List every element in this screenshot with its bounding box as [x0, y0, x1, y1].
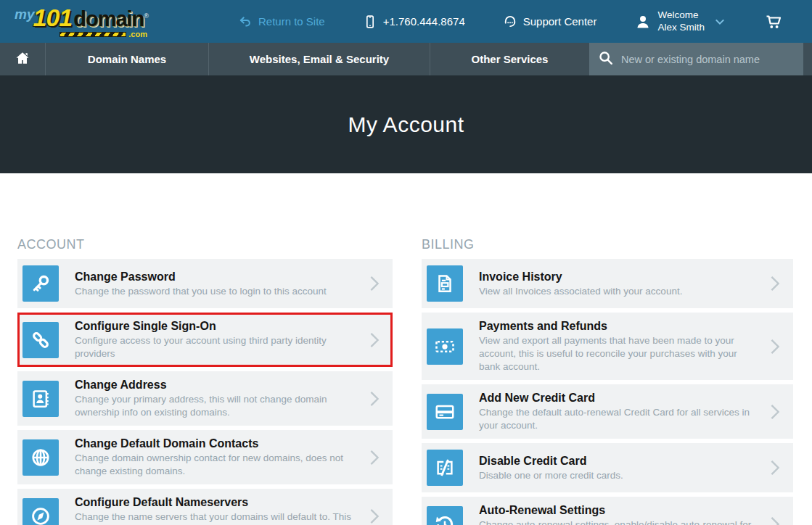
list-item-title: Disable Credit Card: [479, 454, 758, 468]
list-item-title: Invoice History: [479, 270, 758, 284]
list-item[interactable]: Payments and Refunds View and export all…: [422, 313, 793, 380]
chevron-down-icon: [713, 15, 726, 28]
account-column: ACCOUNT Change Password Change the passw…: [17, 237, 393, 525]
list-item-description: Change the default auto-renewal Credit C…: [479, 406, 758, 432]
list-item[interactable]: Change Address Change your primary addre…: [17, 371, 393, 426]
logo-prefix: my: [15, 7, 34, 21]
main-nav: Domain Names Websites, Email & Security …: [0, 43, 812, 75]
domain-search-input[interactable]: [621, 54, 795, 65]
logo-tld: .com: [128, 30, 147, 38]
headset-icon: [503, 15, 517, 29]
search-icon: [598, 50, 614, 69]
billing-column: BILLING Invoice History View all Invoice…: [422, 237, 793, 525]
site-logo[interactable]: my 101 domain ® .com: [12, 5, 149, 38]
list-item-description: Change the password that you use to logi…: [75, 285, 358, 298]
return-to-site-link[interactable]: Return to Site: [238, 15, 325, 29]
chevron-right-icon: [767, 274, 783, 293]
list-item-title: Payments and Refunds: [479, 319, 758, 334]
list-item[interactable]: Invoice History View all Invoices associ…: [422, 259, 793, 308]
list-item-description: Disable one or more credit cards.: [479, 469, 758, 482]
compass-icon: [22, 498, 59, 525]
phone-link[interactable]: +1.760.444.8674: [363, 15, 465, 29]
chevron-right-icon: [767, 515, 783, 525]
nav-item-other-services[interactable]: Other Services: [430, 43, 589, 75]
list-item-title: Add New Credit Card: [479, 391, 758, 405]
user-name: Alex Smith: [657, 22, 705, 33]
disabled-card-icon: [427, 450, 463, 486]
welcome-label: Welcome: [657, 9, 698, 20]
nav-home-button[interactable]: [0, 43, 45, 75]
list-item[interactable]: Change Password Change the password that…: [17, 259, 393, 308]
credit-card-icon: [427, 394, 463, 430]
chevron-right-icon: [366, 274, 382, 293]
logo-number: 101: [33, 5, 72, 30]
list-item-title: Auto-Renewal Settings: [479, 503, 758, 518]
key-icon: [22, 265, 59, 302]
list-item-description: View all Invoices associated with your a…: [479, 285, 758, 298]
invoice-icon: [427, 265, 463, 302]
nav-item-domain-names[interactable]: Domain Names: [45, 43, 208, 75]
top-header: my 101 domain ® .com Return to Site: [0, 0, 812, 43]
phone-number: +1.760.444.8674: [383, 15, 465, 28]
chevron-right-icon: [767, 337, 783, 356]
cart-icon[interactable]: [764, 13, 783, 30]
list-item[interactable]: Change Default Domain Contacts Change do…: [17, 430, 393, 484]
list-item-title: Change Address: [75, 378, 358, 392]
list-item-title: Change Default Domain Contacts: [75, 437, 358, 451]
section-title-account: ACCOUNT: [17, 237, 393, 252]
return-arrow-icon: [238, 15, 253, 29]
chevron-right-icon: [366, 389, 382, 408]
header-actions: Return to Site +1.760.444.8674 Support C…: [238, 9, 783, 34]
nav-item-websites-email-security[interactable]: Websites, Email & Security: [208, 43, 430, 75]
chevron-right-icon: [366, 331, 382, 350]
phone-icon: [363, 15, 377, 29]
list-item-title: Configure Default Nameservers: [75, 495, 358, 510]
user-icon: [634, 13, 652, 30]
globe-icon: [22, 439, 59, 476]
list-item-description: Change your primary address, this will n…: [75, 393, 358, 419]
logo-registered-mark: ®: [144, 13, 149, 20]
list-item[interactable]: Disable Credit Card Disable one or more …: [422, 443, 793, 492]
list-item-description: View and export all payments that have b…: [479, 334, 758, 373]
logo-stripe: [60, 32, 126, 37]
list-item[interactable]: Auto-Renewal Settings Change auto-renewa…: [422, 497, 793, 525]
chevron-right-icon: [767, 402, 783, 421]
list-item-title: Configure Single Sign-On: [75, 319, 358, 334]
list-item[interactable]: Add New Credit Card Change the default a…: [422, 384, 793, 439]
list-item[interactable]: Configure Default Nameservers Change the…: [17, 489, 393, 525]
chevron-right-icon: [767, 458, 783, 477]
banknote-icon: [427, 328, 463, 365]
support-center-label: Support Center: [523, 15, 597, 28]
logo-name: domain: [73, 9, 144, 30]
domain-search-box: [589, 43, 803, 75]
list-item-description: Configure access to your account using t…: [75, 334, 358, 360]
account-sections: ACCOUNT Change Password Change the passw…: [0, 173, 812, 525]
chevron-right-icon: [366, 448, 382, 467]
return-to-site-label: Return to Site: [258, 15, 325, 28]
section-title-billing: BILLING: [422, 237, 793, 252]
support-center-link[interactable]: Support Center: [503, 15, 597, 29]
hero-banner: My Account: [0, 75, 812, 173]
page: my 101 domain ® .com Return to Site: [0, 0, 812, 525]
list-item-description: Change the name servers that your domain…: [75, 510, 358, 525]
link-icon: [22, 322, 59, 358]
home-icon: [15, 50, 30, 69]
address-book-icon: [22, 381, 59, 417]
list-item[interactable]: Configure Single Sign-On Configure acces…: [17, 313, 393, 367]
list-item-title: Change Password: [75, 270, 358, 284]
renewal-icon: [427, 506, 463, 525]
chevron-right-icon: [366, 507, 382, 525]
account-menu[interactable]: Welcome Alex Smith: [634, 9, 726, 34]
list-item-description: Change domain ownership contact for new …: [75, 452, 358, 478]
list-item-description: Change auto-renewal settings, enable/dis…: [479, 518, 758, 525]
page-title: My Account: [348, 112, 464, 137]
